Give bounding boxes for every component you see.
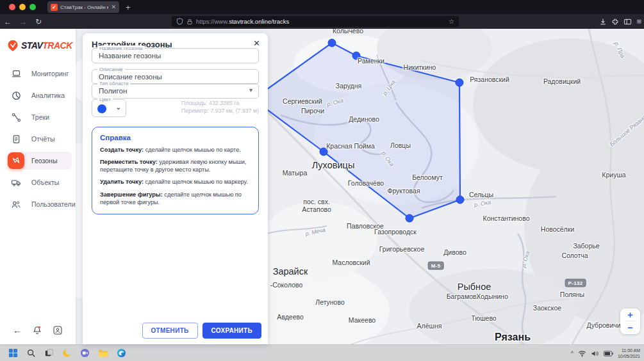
window-minimize-button[interactable] [19, 4, 26, 10]
polygon-vertex-handle[interactable] [406, 214, 413, 222]
file-explorer-icon[interactable] [98, 349, 108, 358]
search-icon[interactable] [26, 348, 36, 358]
collapse-sidebar-icon[interactable]: ← [13, 325, 22, 335]
geozone-description-value[interactable]: Описание геозоны [99, 73, 162, 81]
logo-text-track: TRACK [42, 40, 72, 51]
desktop: ✓ СтавТрак - Онлайн мониторинг ✕ + ← → ↻… [0, 0, 644, 361]
help-card: Справка Создать точку: сделайте щелчок м… [92, 127, 259, 214]
map-place-label: Заборье [573, 242, 599, 250]
map-place-label: Луховицы [312, 160, 355, 170]
clock[interactable]: 11:00 AM 10/05/2021 [618, 348, 640, 359]
color-swatch[interactable] [97, 104, 106, 113]
sidebar-item-users[interactable]: Пользователи [8, 195, 72, 213]
url-bar[interactable]: https://www.stavtrack.online/tracks ☆ [172, 16, 459, 27]
area-type-select[interactable]: Тип области Полигон ▾ [92, 83, 259, 99]
map-place-label: Макеево [349, 316, 376, 324]
color-picker[interactable]: Цвет ⌄ [92, 99, 126, 117]
start-button-icon[interactable] [8, 348, 18, 358]
window-close-button[interactable] [9, 4, 15, 10]
panel-close-icon[interactable]: ✕ [253, 38, 260, 48]
polygon-vertex-handle[interactable] [456, 196, 464, 204]
new-tab-button[interactable]: + [126, 3, 131, 12]
extensions-icon[interactable] [611, 18, 619, 26]
map-place-label: -Соколово [270, 281, 303, 289]
sidebar-item-geozones[interactable]: Геозоны [8, 152, 72, 170]
map-place-label: Пирочи [301, 107, 324, 115]
map-place-label: Масловский [332, 259, 370, 266]
notifications-bell-icon[interactable] [32, 325, 42, 335]
geozone-name-field[interactable]: Название геозоны Название геозоны [92, 48, 259, 63]
map-place-label: Колычево [333, 29, 363, 35]
url-text[interactable]: https://www.stavtrack.online/tracks [196, 18, 445, 25]
back-icon[interactable]: ← [0, 17, 15, 26]
night-mode-app-icon[interactable] [62, 348, 72, 358]
polygon-vertex-handle[interactable] [456, 79, 463, 86]
map-place-label: Сергиевский [283, 97, 322, 105]
help-item: Создать точку: сделайте щелчок мышью по … [100, 146, 251, 154]
geozone-settings-panel: Настройки геозоны ✕ Название геозоны Наз… [83, 33, 268, 344]
window-zoom-button[interactable] [29, 4, 36, 10]
tray-chevron-icon[interactable]: ^ [571, 350, 574, 357]
taskbar: ^ 11:00 AM 10/05/2021 [0, 344, 644, 361]
geozone-name-value[interactable]: Название геозоны [99, 52, 161, 60]
map-place-label: Газопроводск [374, 228, 417, 236]
area-type-label: Тип области [97, 81, 130, 86]
truck-icon [8, 174, 24, 191]
chevron-down-icon: ▾ [249, 86, 252, 93]
sidebar-item-analytics[interactable]: Аналитика [8, 86, 72, 104]
cancel-button[interactable]: ОТМЕНИТЬ [142, 323, 198, 339]
pie-chart-icon [8, 87, 24, 104]
map-place-label: Дединово [349, 115, 379, 123]
tab-close-icon[interactable]: ✕ [111, 4, 116, 10]
chevron-down-icon[interactable]: ⌄ [116, 104, 121, 111]
browser-tab[interactable]: ✓ СтавТрак - Онлайн мониторинг ✕ [47, 1, 119, 13]
map-place-label: Криуша [602, 171, 625, 179]
app-content: КолычевоРаменкиНикиткиноРязановскийРадов… [0, 29, 644, 344]
reload-icon[interactable]: ↻ [31, 17, 46, 26]
polygon-vertex-handle[interactable] [328, 39, 336, 47]
chat-app-icon[interactable] [80, 348, 90, 358]
help-item: Переместить точку: удерживая левую кнопк… [100, 158, 251, 173]
map-place-label: Белоомут [412, 173, 443, 181]
wifi-icon[interactable] [578, 350, 586, 357]
volume-icon[interactable] [591, 350, 599, 357]
system-tray: ^ 11:00 AM 10/05/2021 [571, 345, 640, 361]
battery-icon[interactable] [604, 351, 613, 357]
stavtrack-logo-icon [6, 39, 19, 52]
tracking-shield-icon[interactable] [176, 18, 183, 25]
account-icon[interactable] [53, 325, 63, 335]
map-place-label: Рязановский [470, 76, 509, 83]
bookmark-star-icon[interactable]: ☆ [449, 18, 454, 25]
sidebar-item-monitoring[interactable]: Мониторинг [8, 65, 72, 83]
map-place-label: Радовицкий [543, 77, 581, 85]
map-place-label: Летуново [315, 298, 345, 306]
map-place-label: Константиново [483, 214, 530, 222]
tray-time: 11:00 AM [618, 348, 640, 353]
clipboard-icon [8, 131, 24, 147]
downloads-icon[interactable] [599, 18, 607, 26]
sidebar-item-label: Объекты [31, 179, 59, 186]
area-value: Площадь: 432.3385 га [181, 100, 259, 108]
map-place-label: Авдеево [277, 313, 304, 321]
stavtrack-favicon: ✓ [51, 4, 58, 11]
browser-nav-bar: ← → ↻ https://www.stavtrack.online/track… [0, 14, 644, 29]
forward-icon[interactable]: → [15, 17, 31, 26]
edge-browser-icon[interactable] [117, 348, 126, 358]
map-place-label: Фруктовая [387, 187, 420, 195]
sidebar-item-tracks[interactable]: Треки [8, 108, 72, 126]
sidebar-item-reports[interactable]: Отчёты [8, 130, 72, 148]
map-place-label: Дивово [443, 248, 466, 256]
map-place-label: Алёшня [417, 322, 442, 330]
zoom-out-button[interactable]: − [620, 321, 640, 333]
map-place-label: Баграмово [447, 293, 481, 300]
area-type-value: Полигон [99, 87, 127, 95]
lock-icon[interactable] [186, 19, 193, 25]
task-view-icon[interactable] [44, 348, 54, 358]
sidebar-item-objects[interactable]: Объекты [8, 173, 72, 191]
zoom-in-button[interactable]: + [620, 309, 640, 321]
map-place-label: Рыбное [458, 282, 491, 292]
menu-icon[interactable]: ≡ [636, 17, 641, 26]
save-button[interactable]: СОХРАНИТЬ [202, 323, 261, 339]
sidebar-toggle-icon[interactable] [623, 18, 632, 26]
map-place-label: Астапово [302, 205, 331, 213]
